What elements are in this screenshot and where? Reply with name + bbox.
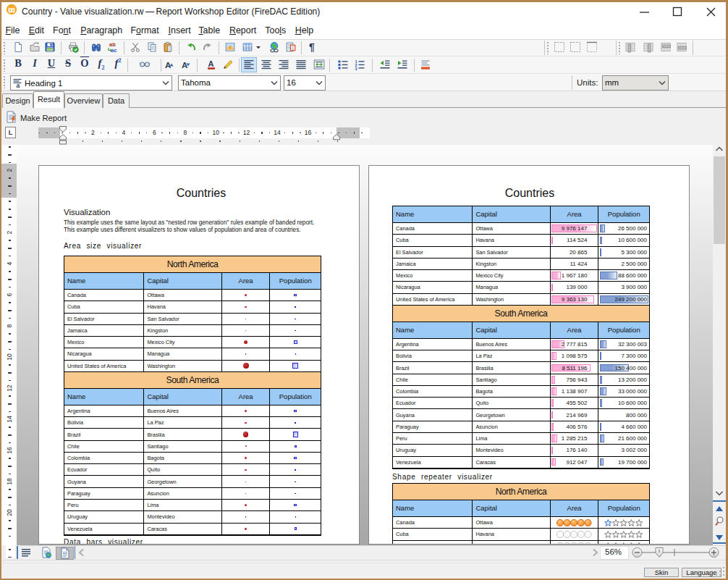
svg-text:¶: ¶ [309,41,315,53]
svg-text:3: 3 [355,67,357,70]
svg-text:A: A [165,60,171,69]
svg-text:A: A [182,60,187,69]
svg-text:a: a [17,82,20,88]
svg-text:ac: ac [111,47,117,53]
svg-text:A: A [208,59,214,68]
